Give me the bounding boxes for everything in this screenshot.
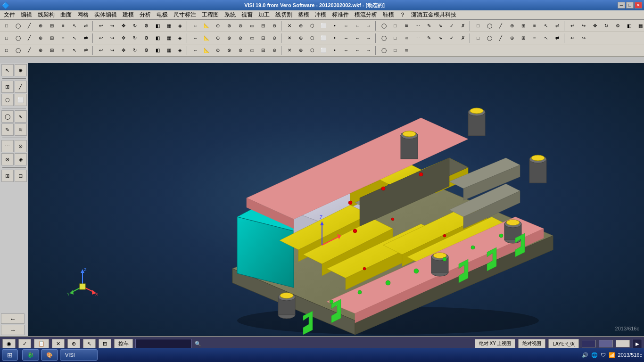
menu-item-潇洒五金模具科技[interactable]: 潇洒五金模具科技 [408,10,459,20]
toolbar-button-12[interactable]: ↻ [130,33,140,43]
toolbar-button-11[interactable]: ✥ [118,33,129,43]
toolbar-button-28[interactable]: ⬜ [318,45,329,56]
nav-forward-button[interactable]: → [1,325,25,335]
menu-item-尺寸标注[interactable]: 尺寸标注 [171,10,199,20]
toolbar-button-6[interactable]: ≡ [58,33,68,43]
menu-item-线切割[interactable]: 线切割 [272,10,295,20]
toolbar-button-25[interactable]: ✕ [284,33,295,43]
toolbar-button-49[interactable]: ↩ [567,33,578,43]
sidebar-tool-2[interactable]: ⊞ [1,81,14,93]
toolbar-button-13[interactable]: ⚙ [141,21,151,31]
view-xy-button[interactable]: 绝对 XY 上视图 [475,339,516,348]
toolbar-button-12[interactable]: ↻ [130,45,140,56]
toolbar-button-25[interactable]: ✕ [284,45,295,56]
toolbar-button-6[interactable]: ≡ [58,21,68,31]
toolbar-button-51[interactable]: ✥ [590,21,600,31]
toolbar-button-35[interactable]: ≋ [401,21,412,31]
color-swatch-1[interactable] [582,340,596,347]
sidebar-tool-8[interactable]: ✎ [1,123,14,136]
color-swatch-3[interactable] [616,340,630,347]
toolbar-button-43[interactable]: ╱ [495,33,506,43]
taskbar-item-visi[interactable]: VISI [60,349,98,361]
toolbar-button-13[interactable]: ⚙ [141,45,151,56]
toolbar-button-18[interactable]: 📐 [201,21,212,31]
status-control-7[interactable]: ◉ [2,339,16,348]
toolbar-button-35[interactable]: ≋ [401,45,412,56]
sidebar-tool-5[interactable]: ⬜ [15,94,27,106]
sidebar-tool-11[interactable]: ⊙ [15,140,27,152]
toolbar-button-7[interactable]: ↖ [69,21,80,31]
toolbar-button-42[interactable]: ◯ [484,21,495,31]
toolbar-button-10[interactable]: ↪ [107,21,117,31]
toolbar-button-9[interactable]: ↩ [96,33,106,43]
toolbar-button-22[interactable]: ▭ [247,21,257,31]
menu-item-电极[interactable]: 电极 [154,10,171,20]
toolbar-button-55[interactable]: ▦ [635,21,644,31]
menu-item-分析[interactable]: 分析 [137,10,154,20]
toolbar-button-49[interactable]: ↩ [567,21,578,31]
toolbar-button-23[interactable]: ⊟ [258,45,268,56]
toolbar-button-15[interactable]: ▦ [164,45,174,56]
toolbar-button-2[interactable]: ◯ [13,33,23,43]
toolbar-button-45[interactable]: ⊞ [518,21,528,31]
toolbar-button-50[interactable]: ↪ [578,33,589,43]
toolbar-button-10[interactable]: ↪ [107,33,117,43]
toolbar-button-22[interactable]: ▭ [247,45,257,56]
taskbar-item-1[interactable]: 🐉 [22,349,39,361]
status-control-2[interactable]: ↖ [83,339,96,348]
toolbar-button-11[interactable]: ✥ [118,21,129,31]
toolbar-button-18[interactable]: 📐 [201,33,212,43]
toolbar-button-28[interactable]: ⬜ [318,21,329,31]
nav-back-button[interactable]: ← [1,313,25,324]
toolbar-button-34[interactable]: □ [390,21,400,31]
menu-item-视窗[interactable]: 视窗 [239,10,256,20]
menu-item-工程图[interactable]: 工程图 [199,10,222,20]
color-swatch-2[interactable] [599,340,613,347]
toolbar-button-30[interactable]: ↔ [341,21,351,31]
start-button[interactable]: ⊞ [2,349,18,361]
close-button[interactable]: ✕ [635,2,642,8]
toolbar-button-1[interactable]: □ [1,21,12,31]
menu-item-编辑[interactable]: 编辑 [18,10,35,20]
toolbar-button-33[interactable]: ◯ [379,45,389,56]
sidebar-tool-7[interactable]: ∿ [15,110,27,123]
toolbar-button-3[interactable]: ╱ [24,21,34,31]
toolbar-button-43[interactable]: ╱ [495,21,506,31]
toolbar-button-33[interactable]: ◯ [379,33,389,43]
toolbar-button-31[interactable]: ← [352,45,363,56]
toolbar-button-11[interactable]: ✥ [118,45,129,56]
toolbar-button-54[interactable]: ◧ [624,21,634,31]
toolbar-button-5[interactable]: ⊞ [47,21,57,31]
sidebar-tool-10[interactable]: ⋯ [1,140,14,152]
taskbar-item-2[interactable]: 🎨 [41,349,58,361]
sidebar-tool-15[interactable]: ⊟ [15,170,27,182]
toolbar-button-32[interactable]: → [363,33,374,43]
menu-item-网格[interactable]: 网格 [74,10,91,20]
toolbar-button-46[interactable]: ≡ [529,33,540,43]
toolbar-button-32[interactable]: → [363,21,374,31]
toolbar-button-8[interactable]: ⇌ [81,21,91,31]
toolbar-button-9[interactable]: ↩ [96,21,106,31]
menu-item-？[interactable]: ？ [397,10,408,20]
sidebar-tool-6[interactable]: ◯ [1,110,14,123]
toolbar-button-47[interactable]: ↖ [541,21,551,31]
toolbar-button-26[interactable]: ⊕ [296,45,306,56]
menu-item-塑模[interactable]: 塑模 [295,10,312,20]
status-control-0[interactable]: 控车 [114,339,133,348]
toolbar-button-10[interactable]: ↪ [107,45,117,56]
toolbar-button-17[interactable]: ↔ [190,33,200,43]
toolbar-button-48[interactable]: ⇌ [552,21,562,31]
toolbar-button-48[interactable]: ⇌ [552,33,562,43]
viewport[interactable]: Z Z Y X 2013/616c [28,63,644,336]
toolbar-button-31[interactable]: ← [352,33,363,43]
search-input[interactable] [135,339,192,348]
menu-item-曲面[interactable]: 曲面 [58,10,74,20]
sidebar-tool-14[interactable]: ⊞ [1,170,14,182]
toolbar-button-37[interactable]: ✎ [424,21,434,31]
sidebar-tool-1[interactable]: ⊕ [15,64,27,76]
toolbar-button-44[interactable]: ⊕ [507,21,517,31]
layer-button[interactable]: LAYER_0( [548,339,579,348]
toolbar-button-26[interactable]: ⊕ [296,21,306,31]
toolbar-button-21[interactable]: ⊘ [235,45,246,56]
toolbar-button-33[interactable]: ◯ [379,21,389,31]
